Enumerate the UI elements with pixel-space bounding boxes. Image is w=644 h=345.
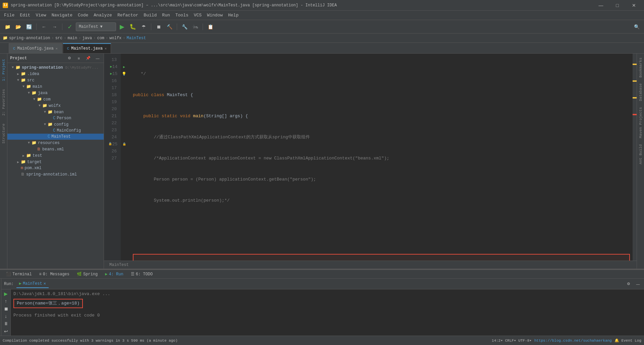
tree-item-src[interactable]: ▼ 📁 src — [7, 77, 104, 83]
file-tree: ▼ 📁 spring-annotation D:\MyStudyPr... ▶ … — [7, 63, 104, 269]
project-pin-btn[interactable]: 📌 — [85, 55, 92, 62]
bc-java[interactable]: java — [82, 36, 92, 41]
toolbar-run-config[interactable]: ✓ — [65, 22, 74, 31]
code-editor[interactable]: */ public class MainTest { public static… — [127, 54, 633, 261]
tree-item-bean[interactable]: ▼ 📁 bean — [7, 109, 104, 115]
tree-item-resources[interactable]: ▼ 📁 resources — [7, 140, 104, 146]
right-tab-maven[interactable]: Maven Projects — [637, 105, 644, 141]
editor-container[interactable]: 13 ▶ 14 ▶ 15 16 — [104, 54, 637, 261]
run-settings-btn[interactable]: ⚙ — [625, 281, 632, 287]
menu-code[interactable]: Code — [75, 11, 91, 19]
tree-item-target[interactable]: ▶ 📁 target — [7, 159, 104, 165]
run-play-btn[interactable]: ▶ — [1, 291, 11, 297]
menu-file[interactable]: File — [1, 11, 17, 19]
tree-item-test[interactable]: ▶ 📁 test — [7, 152, 104, 159]
tab-maintest-close[interactable]: ✕ — [105, 47, 107, 51]
maximize-button[interactable]: □ — [610, 1, 625, 10]
project-collapse-btn[interactable]: ≡ — [75, 55, 82, 62]
tree-item-maintest[interactable]: C MainTest — [7, 134, 104, 140]
close-button[interactable]: ✕ — [626, 1, 641, 10]
run-label: Run: — [4, 282, 14, 286]
toolbar-stop[interactable]: ⏹ — [154, 22, 163, 31]
folder-icon-test: 📁 — [26, 153, 31, 158]
menu-build[interactable]: Build — [141, 11, 159, 19]
menu-view[interactable]: View — [33, 11, 49, 19]
minimize-button[interactable]: — — [593, 1, 608, 10]
run-scroll-up-btn[interactable]: ↑ — [1, 298, 11, 304]
project-settings-btn[interactable]: ⚙ — [66, 55, 73, 62]
tab-mainconfig[interactable]: C MainConfig.java ✕ — [9, 43, 62, 53]
bottom-tab-todo[interactable]: ☰ 6: TODO — [127, 270, 156, 278]
tree-item-iml[interactable]: 🗎 spring-annotation.iml — [7, 171, 104, 178]
tree-item-idea[interactable]: ▶ 📁 .idea — [7, 71, 104, 77]
menu-edit[interactable]: Edit — [17, 11, 33, 19]
right-tab-bookmarks[interactable]: Bookmarks — [637, 55, 644, 80]
tree-item-wolfx[interactable]: ▼ 📁 wolfx — [7, 102, 104, 109]
tree-item-root[interactable]: ▼ 📁 spring-annotation D:\MyStudyPr... — [7, 64, 104, 71]
bottom-tab-spring[interactable]: 🌿 Spring — [73, 270, 101, 278]
run-tab-maintest[interactable]: ▶ MainTest ✕ — [16, 280, 49, 288]
toolbar-wrench[interactable]: 🔧 — [180, 22, 189, 31]
menu-help[interactable]: Help — [225, 11, 241, 19]
tab-maintest[interactable]: C MainTest.java ✕ — [63, 43, 111, 53]
tree-item-config[interactable]: ▼ 📁 config — [7, 121, 104, 128]
run-scroll-down-btn[interactable]: ↓ — [1, 313, 11, 319]
tree-item-java[interactable]: ▼ 📁 java — [7, 90, 104, 96]
bc-com[interactable]: com — [97, 36, 104, 41]
tree-item-main[interactable]: ▼ 📁 main — [7, 83, 104, 90]
bc-main[interactable]: main — [67, 36, 77, 41]
event-log-link[interactable]: 🔔 Event Log — [614, 338, 641, 343]
toolbar-coverage[interactable]: ☂ — [139, 22, 148, 31]
bc-src[interactable]: src — [55, 36, 63, 41]
fold-25[interactable]: 🔒 — [121, 141, 127, 148]
bc-maintest[interactable]: MainTest — [127, 36, 146, 41]
bottom-tab-run[interactable]: ▶ 4: Run — [102, 270, 126, 278]
menu-navigate[interactable]: Navigate — [49, 11, 75, 19]
code-line-15: public static void main(String[] args) { — [133, 113, 630, 120]
toolbar-sync[interactable]: 🔄 — [24, 22, 34, 31]
toolbar-search[interactable]: 🔍 — [632, 22, 641, 31]
toolbar-build[interactable]: 🔨 — [165, 22, 174, 31]
bulb-15[interactable]: 💡 — [122, 72, 126, 76]
menu-tools[interactable]: Tools — [173, 11, 191, 19]
toolbar-config-dropdown[interactable]: MainTest ▼ — [76, 22, 116, 31]
menu-refactor[interactable]: Refactor — [115, 11, 141, 19]
folder-icon-src: 📁 — [21, 78, 26, 83]
run-tab-icon: ▶ — [19, 281, 21, 286]
project-close-btn[interactable]: — — [94, 55, 101, 62]
run-minimize-btn[interactable]: — — [635, 281, 641, 287]
run-tab-close[interactable]: ✕ — [44, 281, 46, 286]
toolbar-back[interactable]: ← — [39, 22, 49, 31]
bc-wolfx[interactable]: wolfx — [109, 36, 121, 41]
toolbar-tasks[interactable]: 📋 — [206, 22, 215, 31]
run-stop-btn[interactable]: ⏹ — [1, 306, 11, 312]
tab-mainconfig-close[interactable]: ✕ — [56, 47, 58, 51]
tree-item-person[interactable]: C Person — [7, 115, 104, 121]
sidebar-tab-project[interactable]: 1: Project — [1, 55, 7, 85]
bc-spring-annotation[interactable]: spring-annotation — [9, 36, 50, 41]
tree-item-pomxml[interactable]: m pom.xml — [7, 165, 104, 171]
tree-item-mainconfig[interactable]: C MainConfig — [7, 128, 104, 134]
toolbar-run-button[interactable]: ▶ — [117, 22, 127, 31]
menu-window[interactable]: Window — [204, 11, 225, 19]
toolbar-new-project[interactable]: 📁 — [3, 22, 12, 31]
toolbar-forward[interactable]: → — [50, 22, 59, 31]
bottom-tab-messages[interactable]: ≡ 0: Messages — [36, 271, 73, 278]
sidebar-tab-structure[interactable]: Structure — [1, 120, 7, 147]
fold-14[interactable]: ▶ — [121, 63, 127, 70]
bottom-tab-terminal[interactable]: ⬛ Terminal — [3, 270, 35, 278]
run-pause-btn[interactable]: ⏸ — [1, 321, 11, 327]
toolbar-debug-button[interactable]: 🐛 — [128, 22, 138, 31]
menu-run[interactable]: Run — [159, 11, 172, 19]
toolbar-ant[interactable]: 🐜 — [191, 22, 200, 31]
run-soft-wrap-btn[interactable]: ↩ — [1, 328, 11, 334]
status-link[interactable]: https://blog.csdn.net/suchahaerkang — [534, 339, 612, 343]
tree-item-com[interactable]: ▼ 📁 com — [7, 96, 104, 102]
menu-vcs[interactable]: VCS — [191, 11, 204, 19]
right-tab-ant[interactable]: Ant Build — [637, 142, 644, 167]
right-tab-database[interactable]: Database — [637, 81, 644, 104]
tree-item-beansxml[interactable]: 🗎 beans.xml — [7, 146, 104, 152]
sidebar-tab-favorites[interactable]: 2: Favorites — [1, 85, 7, 120]
menu-analyze[interactable]: Analyze — [91, 11, 115, 19]
toolbar-open[interactable]: 📂 — [13, 22, 23, 31]
